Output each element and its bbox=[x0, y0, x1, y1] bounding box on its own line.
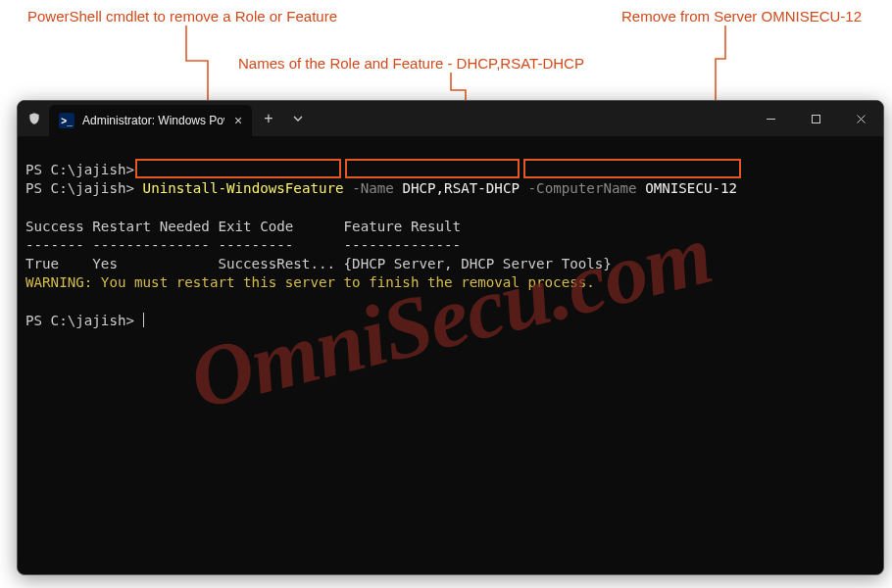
output-divider: ------- -------------- --------- -------… bbox=[25, 237, 461, 253]
output-row: True Yes SuccessRest... {DHCP Server, DH… bbox=[25, 256, 612, 271]
new-tab-button[interactable]: + bbox=[252, 101, 284, 136]
close-button[interactable] bbox=[838, 101, 883, 136]
highlight-names bbox=[345, 159, 520, 178]
shield-icon bbox=[18, 101, 49, 136]
highlight-cmdlet bbox=[135, 159, 341, 178]
output-header: Success Restart Needed Exit Code Feature… bbox=[25, 219, 461, 234]
cursor-icon bbox=[143, 313, 144, 327]
annotation-cmdlet: PowerShell cmdlet to remove a Role or Fe… bbox=[27, 8, 337, 24]
cmd-verb: Uninstall-WindowsFeature bbox=[143, 180, 344, 196]
titlebar: >_ Administrator: Windows Powe × + bbox=[18, 101, 883, 136]
cmd-param-name: -Name bbox=[352, 180, 394, 196]
cmd-param-computer: -ComputerName bbox=[528, 180, 637, 196]
highlight-server bbox=[523, 159, 741, 178]
cmd-arg-computer: OMNISECU-12 bbox=[645, 180, 737, 196]
svg-rect-0 bbox=[812, 115, 819, 122]
terminal-window: >_ Administrator: Windows Powe × + PS C:… bbox=[17, 100, 884, 575]
powershell-icon: >_ bbox=[59, 113, 74, 128]
prompt-line-2: PS C:\jajish> bbox=[25, 180, 134, 196]
cmd-arg-names: DHCP,RSAT-DHCP bbox=[402, 180, 520, 196]
tab-dropdown-icon[interactable] bbox=[285, 101, 311, 136]
output-warning: WARNING: You must restart this server to… bbox=[25, 274, 595, 290]
prompt-line-3: PS C:\jajish> bbox=[25, 313, 134, 328]
tab-title: Administrator: Windows Powe bbox=[82, 114, 224, 127]
prompt-line-1: PS C:\jajish> bbox=[25, 162, 134, 177]
minimize-button[interactable] bbox=[748, 101, 793, 136]
active-tab[interactable]: >_ Administrator: Windows Powe × bbox=[49, 105, 252, 136]
annotation-names: Names of the Role and Feature - DHCP,RSA… bbox=[238, 55, 584, 72]
terminal-body[interactable]: PS C:\jajish> PS C:\jajish> Uninstall-Wi… bbox=[18, 136, 883, 486]
maximize-button[interactable] bbox=[793, 101, 838, 136]
tab-close-icon[interactable]: × bbox=[234, 113, 242, 128]
annotation-server: Remove from Server OMNISECU-12 bbox=[621, 8, 862, 24]
